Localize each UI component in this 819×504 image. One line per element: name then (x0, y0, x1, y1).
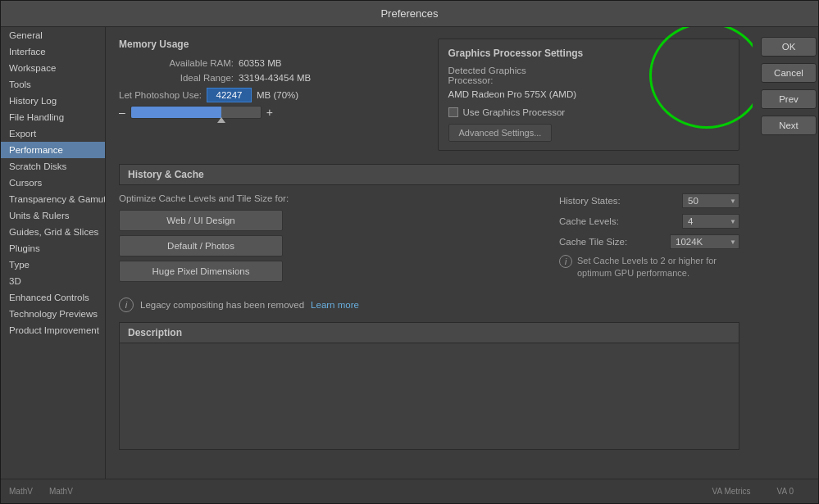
cache-tile-size-select[interactable]: 1024K 512K 256K (670, 234, 739, 249)
description-box (119, 343, 739, 450)
let-photoshop-input[interactable] (207, 88, 252, 102)
sidebar-item-interface[interactable]: Interface (1, 43, 105, 60)
legacy-info-icon: i (119, 297, 134, 312)
prev-button[interactable]: Prev (761, 89, 817, 109)
sidebar-item-guides-grid-slices[interactable]: Guides, Grid & Slices (1, 224, 105, 240)
history-states-label: History States: (559, 196, 621, 206)
sidebar-item-export[interactable]: Export (1, 125, 105, 142)
memory-usage-title: Memory Usage (119, 39, 421, 50)
dialog-title: Preferences (380, 7, 438, 20)
default-photos-button[interactable]: Default / Photos (119, 235, 283, 257)
history-left: Optimize Cache Levels and Tile Size for:… (119, 193, 543, 286)
cache-levels-select-wrap: 4 2 6 8 (682, 214, 739, 229)
metrics-label: VA Metrics (712, 487, 751, 496)
preferences-dialog: Preferences General Interface Workspace … (0, 0, 819, 504)
slider-fill (131, 107, 222, 118)
description-header: Description (119, 322, 739, 343)
let-photoshop-label: Let Photoshop Use: (119, 90, 202, 100)
sidebar-item-3d[interactable]: 3D (1, 273, 105, 289)
gpu-title: Graphics Processor Settings (448, 48, 730, 59)
sidebar-item-file-handling[interactable]: File Handling (1, 109, 105, 125)
gpu-settings-box: Graphics Processor Settings Detected Gra… (438, 39, 740, 151)
bottom-right: VA Metrics VA 0 (712, 487, 810, 496)
history-cache-section: History & Cache Optimize Cache Levels an… (119, 164, 739, 286)
huge-pixel-button[interactable]: Huge Pixel Dimensions (119, 261, 283, 282)
va-value: VA 0 (777, 487, 794, 496)
sidebar-item-workspace[interactable]: Workspace (1, 60, 105, 76)
memory-usage-section: Memory Usage Available RAM: 60353 MB Ide… (119, 39, 421, 151)
cache-levels-label: Cache Levels: (559, 216, 619, 226)
bottom-left-item1: MathV (9, 487, 33, 496)
sidebar-item-history-log[interactable]: History Log (1, 93, 105, 109)
available-ram-label: Available RAM: (119, 58, 234, 68)
history-right: History States: 50 20 100 (559, 193, 739, 286)
sidebar-item-cursors[interactable]: Cursors (1, 175, 105, 191)
description-section: Description (119, 322, 739, 450)
sidebar-item-technology-previews[interactable]: Technology Previews (1, 306, 105, 322)
sidebar-item-tools[interactable]: Tools (1, 76, 105, 93)
slider-plus-icon[interactable]: + (266, 106, 273, 119)
advanced-settings-button[interactable]: Advanced Settings... (448, 124, 553, 142)
learn-more-link[interactable]: Learn more (311, 300, 359, 310)
cache-tile-size-label: Cache Tile Size: (559, 237, 627, 247)
title-bar: Preferences (1, 1, 818, 27)
sidebar-item-units-rulers[interactable]: Units & Rulers (1, 207, 105, 224)
slider-minus-icon[interactable]: – (119, 106, 125, 119)
ideal-range-label: Ideal Range: (119, 73, 234, 83)
detected-gpu-value: AMD Radeon Pro 575X (AMD) (448, 89, 577, 99)
web-ui-design-button[interactable]: Web / UI Design (119, 210, 283, 231)
sidebar-item-scratch-disks[interactable]: Scratch Disks (1, 158, 105, 175)
history-cache-header: History & Cache (119, 164, 739, 185)
info-icon: i (559, 255, 572, 268)
sidebar: General Interface Workspace Tools Histor… (1, 27, 106, 479)
optimize-label: Optimize Cache Levels and Tile Size for: (119, 193, 543, 203)
bottom-bar: MathV MathV VA Metrics VA 0 (1, 479, 818, 503)
cancel-button[interactable]: Cancel (761, 63, 817, 83)
bottom-left-item2: MathV (49, 487, 73, 496)
use-gpu-label: Use Graphics Processor (463, 107, 566, 117)
available-ram-value: 60353 MB (239, 58, 281, 68)
gpu-settings-section: Graphics Processor Settings Detected Gra… (438, 39, 740, 151)
memory-slider[interactable] (130, 106, 262, 119)
sidebar-item-performance[interactable]: Performance (1, 142, 105, 158)
sidebar-item-product-improvement[interactable]: Product Improvement (1, 322, 105, 338)
sidebar-item-type[interactable]: Type (1, 257, 105, 273)
sidebar-item-transparency-gamut[interactable]: Transparency & Gamut (1, 191, 105, 207)
ideal-range-value: 33194-43454 MB (239, 73, 311, 83)
history-states-select-wrap: 50 20 100 (682, 193, 739, 208)
legacy-row: i Legacy compositing has been removed Le… (119, 297, 739, 312)
cache-tile-size-select-wrap: 1024K 512K 256K (670, 234, 739, 249)
cache-levels-select[interactable]: 4 2 6 8 (682, 214, 739, 229)
next-button[interactable]: Next (761, 116, 817, 135)
action-buttons: OK Cancel Prev Next (753, 27, 818, 479)
sidebar-item-plugins[interactable]: Plugins (1, 240, 105, 257)
history-states-select[interactable]: 50 20 100 (682, 193, 739, 208)
slider-thumb-icon (217, 117, 225, 123)
let-photoshop-unit: MB (70%) (257, 90, 298, 100)
info-text: Set Cache Levels to 2 or higher for opti… (577, 255, 739, 280)
detected-gpu-label: Detected Graphics Processor: (448, 66, 559, 85)
use-gpu-checkbox[interactable] (448, 107, 458, 117)
sidebar-item-enhanced-controls[interactable]: Enhanced Controls (1, 289, 105, 306)
sidebar-item-general[interactable]: General (1, 27, 105, 43)
ok-button[interactable]: OK (761, 37, 817, 57)
gpu-info-row: i Set Cache Levels to 2 or higher for op… (559, 255, 739, 280)
legacy-text: Legacy compositing has been removed (140, 300, 304, 310)
main-content: Memory Usage Available RAM: 60353 MB Ide… (106, 27, 753, 479)
